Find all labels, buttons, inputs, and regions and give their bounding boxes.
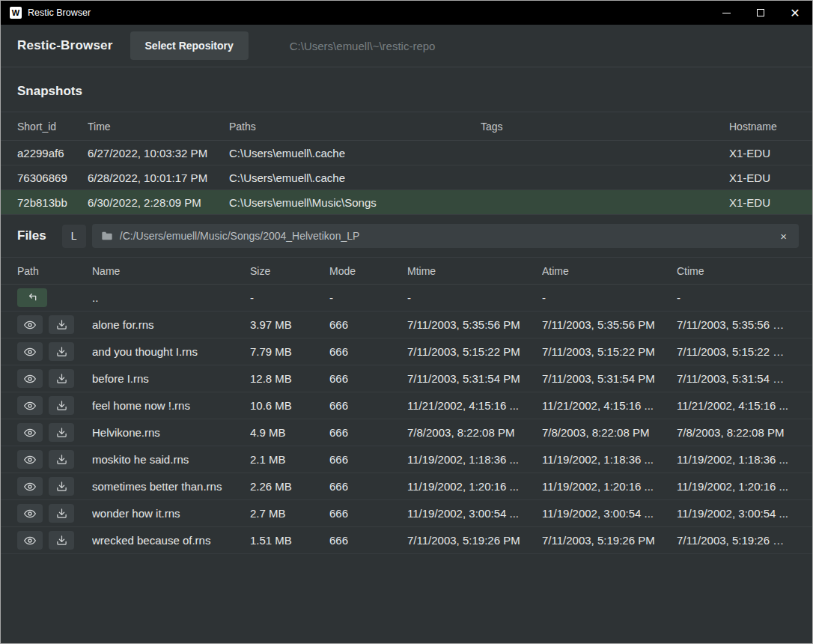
file-atime: 11/19/2002, 1:20:16 ... [542,480,677,493]
folder-icon [101,230,113,242]
preview-file-button[interactable] [17,423,43,442]
file-row: before I.rns 12.8 MB 666 7/11/2003, 5:31… [1,365,812,392]
file-path-input[interactable]: /C:/Users/emuell/Music/Songs/2004_Helvet… [120,230,770,242]
parent-mode: - [329,291,407,304]
page-title: Restic-Browser [17,38,113,53]
file-size: 4.9 MB [250,426,329,439]
restore-file-button[interactable] [49,531,74,550]
eye-icon [24,508,36,520]
file-size: 1.51 MB [250,534,329,547]
file-size: 12.8 MB [250,372,329,385]
file-row: feel home now !.rns 10.6 MB 666 11/21/20… [1,392,812,419]
file-atime: 11/19/2002, 1:18:36 ... [542,453,677,466]
file-mode: 666 [329,318,407,331]
download-icon [56,535,67,546]
column-short-id: Short_id [17,121,88,133]
file-name: before I.rns [92,372,250,385]
restore-file-button[interactable] [49,396,74,415]
restore-file-button[interactable] [49,342,74,361]
file-ctime: 11/19/2002, 1:18:36 ... [677,453,796,466]
column-tags: Tags [481,121,729,133]
preview-file-button[interactable] [17,531,43,550]
file-ctime: 7/8/2003, 8:22:08 PM [677,426,796,439]
file-ctime: 7/11/2003, 5:35:56 PM [677,318,796,331]
restore-file-button[interactable] [49,369,74,388]
snapshot-row[interactable]: 76306869 6/28/2022, 10:01:17 PM C:\Users… [1,165,812,190]
clear-path-button[interactable]: × [777,229,790,243]
file-mode: 666 [329,345,407,358]
parent-ctime: - [677,291,796,304]
parent-size: - [250,291,329,304]
list-mode-button[interactable]: L [62,225,86,248]
restore-file-button[interactable] [49,504,74,523]
restore-file-button[interactable] [49,477,74,496]
snapshot-hostname: X1-EDU [729,171,796,184]
snapshot-time: 6/30/2022, 2:28:09 PM [88,196,229,209]
restore-file-button[interactable] [49,423,74,442]
file-ctime: 7/11/2003, 5:15:22 PM [677,345,796,358]
file-row: sometimes better than.rns 2.26 MB 666 11… [1,473,812,500]
download-icon [56,319,67,330]
file-row-actions [17,531,92,550]
file-name: wonder how it.rns [92,507,250,520]
minimize-button[interactable] [709,1,743,25]
app-window: W Restic Browser ✕ Restic-Browser Select… [0,0,813,644]
file-mode: 666 [329,507,407,520]
parent-mtime: - [407,291,542,304]
close-button[interactable]: ✕ [778,1,812,25]
column-time: Time [88,121,229,133]
download-icon [56,454,67,465]
snapshot-row[interactable]: 72b813bb 6/30/2022, 2:28:09 PM C:\Users\… [1,190,812,215]
return-up-icon [26,292,38,304]
file-ctime: 11/19/2002, 3:00:54 ... [677,507,796,520]
titlebar: W Restic Browser ✕ [1,1,812,25]
file-mode: 666 [329,453,407,466]
file-row: alone for.rns 3.97 MB 666 7/11/2003, 5:3… [1,312,812,338]
restore-file-button[interactable] [49,315,74,334]
file-row: wrecked because of.rns 1.51 MB 666 7/11/… [1,527,812,554]
column-path: Path [17,265,92,277]
column-name: Name [92,265,250,277]
download-icon [56,427,67,438]
preview-file-button[interactable] [17,396,43,415]
preview-file-button[interactable] [17,315,43,334]
snapshot-row[interactable]: a2299af6 6/27/2022, 10:03:32 PM C:\Users… [1,141,812,165]
file-size: 10.6 MB [250,399,329,412]
file-atime: 7/11/2003, 5:31:54 PM [542,372,677,385]
preview-file-button[interactable] [17,342,43,361]
column-hostname: Hostname [729,121,796,133]
preview-file-button[interactable] [17,477,43,496]
file-mtime: 7/11/2003, 5:35:56 PM [407,318,542,331]
file-path-bar[interactable]: /C:/Users/emuell/Music/Songs/2004_Helvet… [92,224,799,248]
file-mtime: 11/19/2002, 1:18:36 ... [407,453,542,466]
file-row: wonder how it.rns 2.7 MB 666 11/19/2002,… [1,500,812,527]
file-mtime: 7/11/2003, 5:15:22 PM [407,345,542,358]
repository-path-field[interactable]: C:\Users\emuell\~\restic-repo [290,40,436,52]
maximize-button[interactable] [743,1,778,25]
snapshot-paths: C:\Users\emuell\.cache [229,147,481,160]
restore-file-button[interactable] [49,450,74,469]
preview-file-button[interactable] [17,504,43,523]
file-atime: 7/11/2003, 5:15:22 PM [542,345,677,358]
file-mode: 666 [329,480,407,493]
files-heading: Files [17,228,46,243]
file-size: 2.7 MB [250,507,329,520]
file-mode: 666 [329,399,407,412]
preview-file-button[interactable] [17,450,43,469]
parent-name: .. [92,291,250,304]
snapshots-table-header: Short_id Time Paths Tags Hostname [1,112,812,141]
titlebar-left: W Restic Browser [1,7,709,19]
file-name: feel home now !.rns [92,399,250,412]
select-repository-button[interactable]: Select Repository [130,31,249,60]
preview-file-button[interactable] [17,369,43,388]
snapshot-paths: C:\Users\emuell\Music\Songs [229,196,481,209]
file-row-actions [17,504,92,523]
file-row-actions [17,342,92,361]
file-atime: 7/8/2003, 8:22:08 PM [542,426,677,439]
go-to-parent-button[interactable] [17,288,47,307]
file-atime: 11/19/2002, 3:00:54 ... [542,507,677,520]
file-name: and you thought I.rns [92,345,250,358]
snapshot-hostname: X1-EDU [729,196,796,209]
download-icon [56,481,67,492]
download-icon [56,373,67,384]
